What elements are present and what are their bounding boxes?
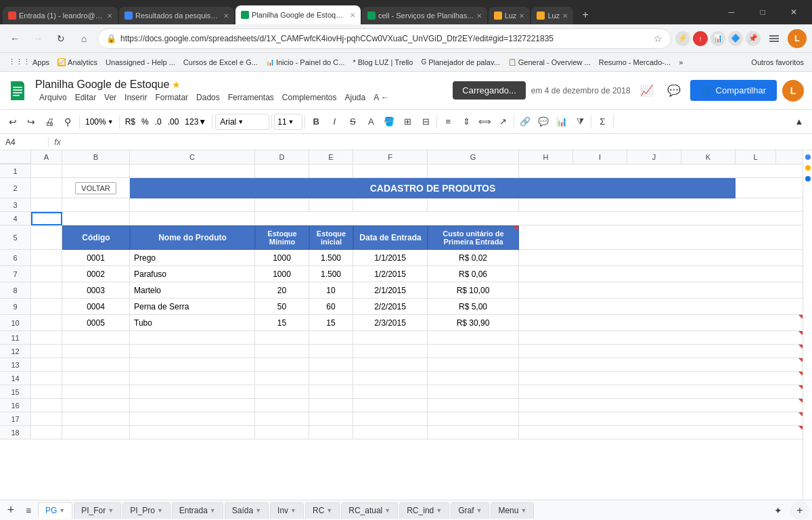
comment-icon[interactable]: 💬 [663, 80, 685, 102]
data-estmin-5[interactable]: 15 [255, 315, 309, 331]
cell-b2[interactable]: VOLTAR [62, 178, 130, 198]
cell-b15[interactable] [62, 385, 130, 399]
cell-f12[interactable] [353, 345, 428, 358]
menu-ver[interactable]: Ver [100, 92, 120, 103]
data-estmin-3[interactable]: 20 [255, 282, 309, 299]
col-header-d[interactable]: D [255, 150, 309, 164]
data-estini-5[interactable]: 15 [309, 315, 353, 331]
reload-button[interactable]: ↻ [51, 29, 70, 48]
ext-1[interactable]: ⚡ [675, 31, 690, 46]
cell-e15[interactable] [309, 385, 353, 399]
menu-formatar[interactable]: Formatar [151, 92, 192, 103]
sidebar-button-1[interactable] [805, 154, 811, 160]
sheet-tab-graf[interactable]: Graf ▼ [451, 502, 489, 519]
data-custo-2[interactable]: R$ 0,06 [428, 266, 519, 282]
cell-c1[interactable] [130, 165, 255, 178]
tab-3-close[interactable]: ✕ [350, 12, 355, 19]
cell-e16[interactable] [309, 399, 353, 412]
cell-e18[interactable] [309, 426, 353, 439]
sidebar-button-2[interactable] [805, 165, 811, 171]
close-window-button[interactable]: ✕ [778, 0, 809, 24]
decimal-decrease-button[interactable]: .0 [152, 114, 164, 130]
cell-f14[interactable] [353, 372, 428, 385]
cell-e12[interactable] [309, 345, 353, 358]
cell-a10[interactable] [31, 315, 62, 331]
valign-button[interactable]: ⇕ [457, 113, 475, 131]
bookmark-apps[interactable]: ⋮⋮⋮ Apps [4, 56, 53, 68]
undo-button[interactable]: ↩ [4, 113, 22, 131]
tab-4-close[interactable]: ✕ [476, 12, 482, 20]
data-codigo-4[interactable]: 0004 [62, 299, 130, 315]
fill-color-button[interactable]: 🪣 [380, 113, 398, 131]
cell-c17[interactable] [130, 412, 255, 426]
cell-d12[interactable] [255, 345, 309, 358]
data-codigo-1[interactable]: 0001 [62, 250, 130, 266]
sheet-tab-pi-pro[interactable]: PI_Pro ▼ [122, 502, 171, 519]
col-header-e[interactable]: E [309, 150, 353, 164]
bookmark-star-icon[interactable]: ☆ [654, 33, 662, 44]
cell-f11[interactable] [353, 331, 428, 345]
browser-tab-2[interactable]: Resultados da pesquisa - G... ✕ [119, 7, 234, 24]
bookmark-inicio[interactable]: 📊 Inicio - Painel do C... [262, 57, 349, 68]
zoom-selector[interactable]: 100% ▼ [83, 114, 116, 130]
cell-c18[interactable] [130, 426, 255, 439]
cell-c11[interactable] [130, 331, 255, 345]
cell-g18[interactable] [428, 426, 519, 439]
col-header-f[interactable]: F [353, 150, 428, 164]
cell-b14[interactable] [62, 372, 130, 385]
cell-f18[interactable] [353, 426, 428, 439]
data-custo-1[interactable]: R$ 0,02 [428, 250, 519, 266]
col-header-k[interactable]: K [681, 150, 736, 164]
cell-e13[interactable] [309, 358, 353, 372]
menu-ajuda[interactable]: Ajuda [341, 92, 370, 103]
data-data-5[interactable]: 2/3/2015 [353, 315, 428, 331]
sheet-tab-entrada[interactable]: Entrada ▼ [172, 502, 223, 519]
cell-d18[interactable] [255, 426, 309, 439]
cell-b3[interactable] [62, 198, 130, 212]
new-tab-button[interactable]: + [576, 5, 595, 24]
bold-button[interactable]: B [307, 113, 325, 131]
browser-tab-3[interactable]: Planilha Google de Estoque... ✕ [235, 5, 361, 24]
wrap-button[interactable]: ⟺ [476, 113, 493, 131]
address-bar[interactable]: 🔒 https://docs.google.com/spreadsheets/d… [97, 28, 671, 49]
data-nome-5[interactable]: Tubo [130, 315, 255, 331]
profile-avatar[interactable]: L [788, 29, 807, 48]
tab-1-close[interactable]: ✕ [107, 12, 112, 20]
data-estini-1[interactable]: 1.500 [309, 250, 353, 266]
bookmark-resumo[interactable]: Resumo - Mercado-... [595, 57, 675, 68]
font-color-button[interactable]: A [362, 113, 380, 131]
cell-g16[interactable] [428, 399, 519, 412]
cell-e14[interactable] [309, 372, 353, 385]
data-custo-5[interactable]: R$ 30,90 [428, 315, 519, 331]
cell-f15[interactable] [353, 385, 428, 399]
minimize-button[interactable]: ─ [716, 0, 747, 24]
cell-g3[interactable] [428, 198, 519, 212]
bookmark-general[interactable]: 📋 General - Overview ... [504, 57, 595, 68]
browser-tab-4[interactable]: cell - Serviços de Planilhas... ✕ [362, 7, 487, 24]
cell-c15[interactable] [130, 385, 255, 399]
cell-g14[interactable] [428, 372, 519, 385]
tab-6-close[interactable]: ✕ [562, 12, 568, 20]
strikethrough-button[interactable]: S [344, 113, 361, 131]
data-estini-4[interactable]: 60 [309, 299, 353, 315]
cell-a8[interactable] [31, 282, 62, 299]
cell-f13[interactable] [353, 358, 428, 372]
col-header-j[interactable]: J [627, 150, 681, 164]
cell-c12[interactable] [130, 345, 255, 358]
bookmark-outros[interactable]: Outros favoritos [747, 57, 808, 68]
browser-tab-1[interactable]: Entrada (1) - leandro@luz... ✕ [3, 7, 118, 24]
trend-icon[interactable]: 📈 [636, 80, 658, 102]
cell-d1[interactable] [255, 165, 309, 178]
col-header-l[interactable]: L [736, 150, 776, 164]
voltar-button[interactable]: VOLTAR [75, 182, 116, 194]
percent-button[interactable]: % [139, 114, 152, 130]
cell-a12[interactable] [31, 345, 62, 358]
cell-d11[interactable] [255, 331, 309, 345]
cell-e1[interactable] [309, 165, 353, 178]
cell-b18[interactable] [62, 426, 130, 439]
cell-a17[interactable] [31, 412, 62, 426]
align-button[interactable]: ≡ [439, 113, 457, 131]
add-sheet-button[interactable]: + [3, 502, 19, 519]
cell-a4[interactable] [31, 212, 62, 225]
cell-f1[interactable] [353, 165, 428, 178]
